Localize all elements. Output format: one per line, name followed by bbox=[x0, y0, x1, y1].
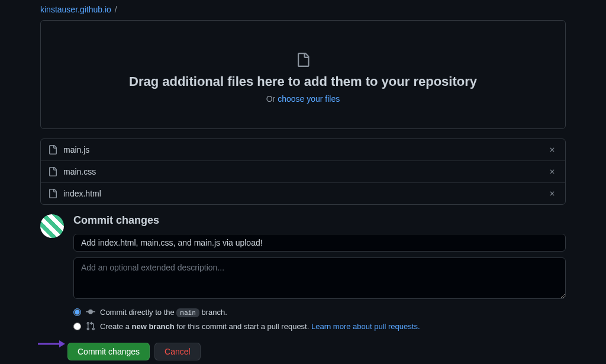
close-icon bbox=[549, 190, 556, 197]
commit-summary-input[interactable] bbox=[73, 234, 566, 252]
file-icon bbox=[53, 53, 553, 67]
commit-changes-button[interactable]: Commit changes bbox=[67, 343, 150, 360]
remove-file-button[interactable] bbox=[546, 168, 558, 175]
breadcrumb-repo-link[interactable]: kinstauser.github.io bbox=[40, 5, 111, 14]
annotation-arrow bbox=[38, 339, 65, 349]
commit-direct-radio[interactable] bbox=[73, 308, 81, 316]
choose-files-link[interactable]: choose your files bbox=[278, 94, 340, 104]
commit-branch-radio[interactable] bbox=[73, 323, 81, 330]
file-icon bbox=[48, 167, 57, 176]
close-icon bbox=[549, 168, 556, 175]
file-item: index.html bbox=[41, 183, 565, 204]
svg-marker-1 bbox=[59, 340, 65, 347]
file-name: main.js bbox=[63, 145, 546, 154]
commit-section-title: Commit changes bbox=[73, 214, 566, 227]
file-name: main.css bbox=[63, 167, 546, 176]
remove-file-button[interactable] bbox=[546, 190, 558, 197]
commit-direct-option[interactable]: Commit directly to the main branch. bbox=[73, 307, 566, 317]
remove-file-button[interactable] bbox=[546, 146, 558, 153]
dropzone-subtext: Or choose your files bbox=[53, 94, 553, 104]
commit-direct-label: Commit directly to the main branch. bbox=[100, 308, 227, 317]
commit-description-textarea[interactable] bbox=[73, 257, 566, 299]
file-item: main.js bbox=[41, 139, 565, 161]
cancel-button[interactable]: Cancel bbox=[154, 343, 201, 360]
git-commit-icon bbox=[86, 307, 95, 317]
file-name: index.html bbox=[63, 189, 546, 198]
uploaded-files-list: main.js main.css index.html bbox=[40, 138, 566, 205]
close-icon bbox=[549, 146, 556, 153]
breadcrumb-separator: / bbox=[115, 5, 117, 14]
file-dropzone[interactable]: Drag additional files here to add them t… bbox=[40, 20, 566, 129]
avatar bbox=[40, 214, 64, 238]
file-icon bbox=[48, 145, 57, 154]
breadcrumb: kinstauser.github.io / bbox=[40, 5, 566, 20]
branch-name-tag: main bbox=[176, 308, 199, 317]
file-item: main.css bbox=[41, 161, 565, 183]
commit-branch-label: Create a new branch for this commit and … bbox=[100, 322, 420, 331]
commit-branch-option[interactable]: Create a new branch for this commit and … bbox=[73, 321, 566, 331]
git-pull-request-icon bbox=[86, 321, 95, 331]
file-icon bbox=[48, 189, 57, 198]
dropzone-heading: Drag additional files here to add them t… bbox=[53, 74, 553, 89]
pull-requests-help-link[interactable]: Learn more about pull requests. bbox=[311, 322, 420, 331]
